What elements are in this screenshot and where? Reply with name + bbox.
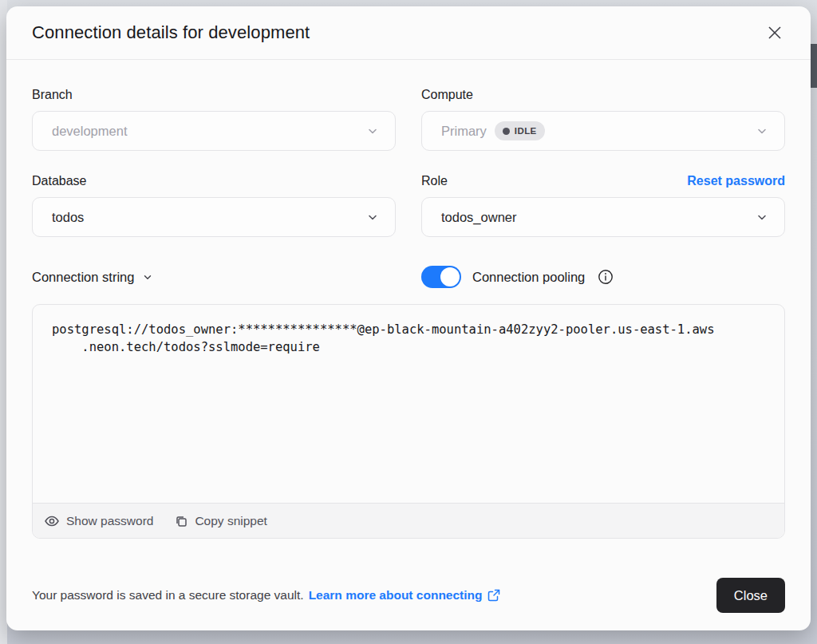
connection-pooling-toggle[interactable] — [421, 266, 461, 288]
close-icon[interactable] — [764, 22, 785, 43]
copy-icon — [174, 514, 188, 528]
toggle-knob — [440, 267, 460, 286]
learn-more-label: Learn more about connecting — [309, 588, 483, 603]
branch-select[interactable]: development — [32, 111, 396, 151]
backdrop-button-fragment — [810, 44, 817, 88]
modal-body: Branch development Compute Primary — [6, 60, 811, 551]
database-label: Database — [32, 174, 87, 188]
branch-field: Branch development — [32, 87, 396, 151]
role-select[interactable]: todos_owner — [421, 197, 785, 237]
learn-more-link[interactable]: Learn more about connecting — [309, 588, 500, 603]
role-value: todos_owner — [441, 210, 756, 225]
info-icon[interactable] — [598, 269, 614, 285]
vault-note-text: Your password is saved in a secure stora… — [32, 588, 304, 603]
branch-value: development — [52, 124, 366, 139]
connection-pooling-row: Connection pooling — [421, 266, 785, 288]
compute-status-text: IDLE — [515, 126, 537, 136]
reset-password-link[interactable]: Reset password — [687, 174, 785, 188]
external-link-icon — [487, 589, 500, 602]
modal-footer: Your password is saved in a secure stora… — [6, 578, 811, 630]
chevron-down-icon — [366, 211, 379, 223]
modal-title: Connection details for development — [32, 22, 310, 43]
database-value: todos — [52, 210, 366, 225]
compute-field: Compute Primary IDLE — [421, 87, 785, 151]
code-panel-toolbar: Show password Copy snippet — [33, 503, 784, 538]
branch-label: Branch — [32, 88, 73, 102]
password-vault-note: Your password is saved in a secure stora… — [32, 588, 500, 603]
role-field: Role Reset password todos_owner — [421, 173, 785, 237]
compute-status-badge: IDLE — [495, 121, 545, 140]
connection-pooling-label: Connection pooling — [472, 270, 585, 285]
compute-label: Compute — [421, 88, 473, 102]
database-field: Database todos — [32, 173, 396, 237]
copy-snippet-button[interactable]: Copy snippet — [174, 514, 266, 528]
chevron-down-icon — [366, 124, 379, 137]
connection-string-dropdown[interactable]: Connection string — [32, 270, 396, 285]
chevron-down-icon — [756, 211, 768, 223]
connection-string-panel: postgresql://todos_owner:***************… — [32, 304, 785, 539]
show-password-label: Show password — [66, 514, 153, 528]
compute-select[interactable]: Primary IDLE — [421, 111, 785, 151]
modal-header: Connection details for development — [6, 6, 811, 60]
connection-string-value[interactable]: postgresql://todos_owner:***************… — [33, 305, 784, 503]
chevron-down-icon — [142, 271, 153, 282]
connection-details-modal: Connection details for development Branc… — [6, 6, 811, 630]
copy-snippet-label: Copy snippet — [195, 514, 266, 528]
chevron-down-icon — [756, 124, 768, 137]
eye-icon — [44, 513, 60, 529]
compute-value: Primary — [441, 124, 487, 139]
database-select[interactable]: todos — [32, 197, 396, 237]
close-button[interactable]: Close — [716, 578, 785, 613]
role-label: Role — [421, 174, 448, 188]
connection-string-label: Connection string — [32, 270, 134, 285]
show-password-button[interactable]: Show password — [44, 513, 153, 529]
status-dot-icon — [503, 128, 510, 135]
